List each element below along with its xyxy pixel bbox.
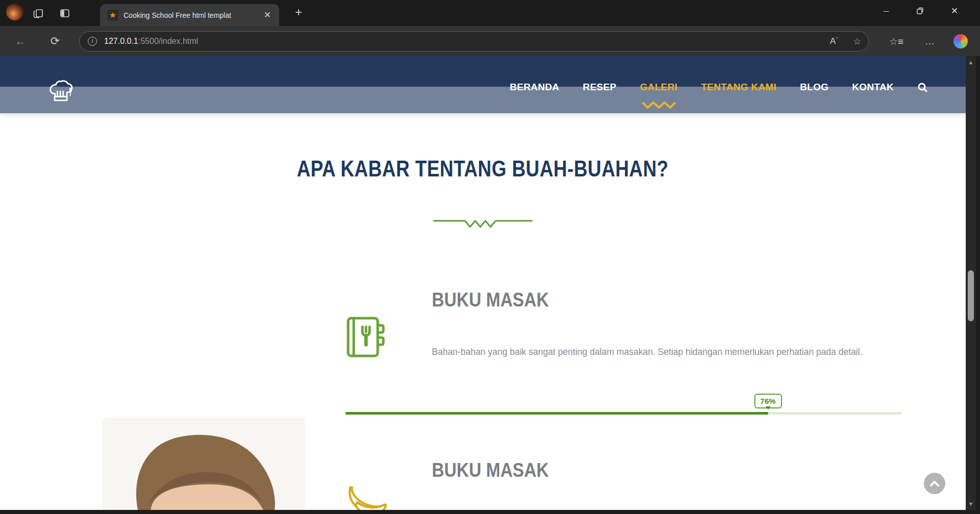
profile-avatar[interactable]: [6, 3, 23, 20]
page-scrollbar[interactable]: ▲ ▼: [966, 56, 976, 510]
skill-progress: 76%: [346, 412, 901, 415]
refresh-icon[interactable]: ⟳: [47, 33, 63, 49]
window-minimize-button[interactable]: ─: [871, 0, 901, 21]
browser-toolbar: ← ⟳ i 127.0.0.1:5500/index.html A⁾⁾ ☆ ☆≡…: [0, 26, 980, 56]
browser-tab[interactable]: ★ Cooking School Free html templat ✕: [100, 4, 279, 26]
url-text[interactable]: 127.0.0.1:5500/index.html: [104, 37, 198, 46]
search-icon[interactable]: [917, 56, 928, 113]
scrollbar-thumb[interactable]: [968, 270, 974, 321]
tab-search-icon[interactable]: [32, 7, 45, 20]
new-tab-button[interactable]: +: [295, 6, 302, 18]
window-restore-button[interactable]: [904, 0, 935, 21]
nav-item-resep[interactable]: RESEP: [583, 56, 617, 113]
favorite-star-icon[interactable]: ☆: [853, 36, 861, 47]
green-zigzag-divider: [0, 217, 966, 232]
nav-item-galeri[interactable]: GALERI: [640, 56, 678, 113]
feature-title: BUKU MASAK: [432, 289, 568, 311]
scrollbar-down-icon[interactable]: ▼: [966, 501, 976, 507]
nav-item-beranda[interactable]: BERANDA: [510, 56, 559, 113]
site-navbar: BERANDA RESEP GALERI TENTANG KAMI BLOG K…: [0, 56, 966, 113]
back-icon[interactable]: ←: [12, 33, 29, 49]
section-heading: APA KABAR TENTANG BUAH-BUAHAN?: [0, 156, 966, 182]
nav-item-tentang-kami[interactable]: TENTANG KAMI: [701, 56, 776, 113]
chef-hat-logo-icon[interactable]: [48, 80, 75, 108]
person-photo: [102, 418, 305, 510]
favorites-icon[interactable]: ☆≡: [888, 33, 904, 49]
main-navigation: BERANDA RESEP GALERI TENTANG KAMI BLOG K…: [510, 56, 928, 113]
settings-more-icon[interactable]: …: [922, 33, 938, 49]
nav-item-kontak[interactable]: KONTAK: [852, 56, 894, 113]
window-close-button[interactable]: ✕: [939, 0, 970, 21]
feature-description: Bahan-bahan yang baik sangat penting dal…: [432, 344, 927, 361]
split-screen-icon[interactable]: [58, 7, 71, 20]
nav-item-blog[interactable]: BLOG: [800, 56, 828, 113]
progress-tooltip: 76%: [754, 394, 782, 408]
active-zigzag-underline: [642, 100, 676, 112]
scroll-to-top-button[interactable]: [924, 473, 945, 494]
page-content: BERANDA RESEP GALERI TENTANG KAMI BLOG K…: [0, 56, 966, 510]
progress-fill: [346, 412, 768, 415]
read-aloud-icon[interactable]: A⁾⁾: [830, 36, 838, 47]
progress-track: [346, 412, 901, 415]
address-bar[interactable]: i 127.0.0.1:5500/index.html A⁾⁾ ☆: [79, 31, 869, 52]
site-info-icon[interactable]: i: [88, 37, 97, 46]
banana-icon: [345, 485, 389, 510]
browser-window: ★ Cooking School Free html templat ✕ + ─…: [0, 0, 980, 514]
cookbook-icon: [345, 315, 388, 361]
url-path: :5500/index.html: [138, 37, 198, 45]
tab-title: Cooking School Free html templat: [124, 11, 261, 19]
tab-close-icon[interactable]: ✕: [261, 10, 274, 20]
tab-favicon-star-icon: ★: [107, 10, 118, 21]
url-host: 127.0.0.1: [104, 37, 138, 45]
feature-title: BUKU MASAK: [432, 459, 568, 481]
copilot-icon[interactable]: [953, 34, 968, 48]
scrollbar-up-icon[interactable]: ▲: [966, 59, 976, 65]
tab-bar: ★ Cooking School Free html templat ✕ + ─…: [0, 0, 980, 26]
